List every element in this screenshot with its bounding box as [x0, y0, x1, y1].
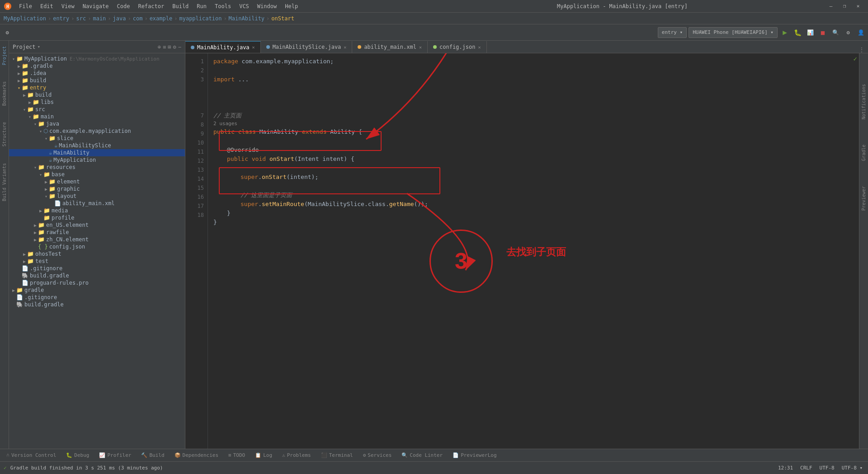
tree-libs[interactable]: ▶ 📁 libs — [9, 99, 185, 106]
tab-close-ability-xml[interactable]: ✕ — [419, 45, 422, 50]
bottom-tab-todo[interactable]: ≡ TODO — [224, 451, 250, 459]
bottom-tab-profiler[interactable]: 📈 Profiler — [94, 451, 136, 459]
tree-package[interactable]: ▾ ⬡ com.example.myapplication — [9, 127, 185, 135]
device-dropdown[interactable]: HUAWEI Phone [HUAWEIAPI6] ▾ — [689, 27, 778, 38]
project-structure-button[interactable]: ⚙ — [2, 27, 13, 38]
tree-profile[interactable]: 📁 profile — [9, 214, 185, 221]
tree-entry-build[interactable]: ▶ 📁 build — [9, 91, 185, 99]
panel-ctrl-2[interactable]: ≡ — [163, 44, 166, 50]
tree-idea[interactable]: ▶ 📁 .idea — [9, 70, 185, 77]
tree-rawfile[interactable]: ▶ 📁 rawfile — [9, 229, 185, 236]
status-line-ending[interactable]: CRLF — [798, 465, 814, 471]
bottom-tab-services[interactable]: ⚙ Services — [359, 451, 396, 459]
stop-button[interactable]: ■ — [817, 27, 828, 38]
bottom-tab-previewerlog[interactable]: 📄 PreviewerLog — [448, 451, 501, 459]
tab-mainabilityslice[interactable]: MainAbilitySlice.java ✕ — [261, 41, 353, 53]
entry-dropdown[interactable]: entry ▾ — [658, 27, 687, 38]
tree-ohostest[interactable]: ▶ 📁 ohosTest — [9, 250, 185, 258]
menu-view[interactable]: View — [58, 2, 78, 10]
breadcrumb-entry[interactable]: entry — [53, 15, 69, 22]
tabs-overflow[interactable]: ⋮ — [855, 47, 868, 53]
search-everywhere-button[interactable]: 🔍 — [830, 27, 841, 38]
breadcrumb-src[interactable]: src — [76, 15, 86, 22]
tree-proguard[interactable]: 📄 proguard-rules.pro — [9, 279, 185, 286]
structure-tab[interactable]: Structure — [2, 118, 7, 150]
tree-entry[interactable]: ▾ 📁 entry — [9, 84, 185, 91]
panel-dropdown-icon[interactable]: ▾ — [38, 44, 41, 50]
bottom-tab-codelinter[interactable]: 🔍 Code Linter — [397, 451, 447, 459]
menu-vcs[interactable]: VCS — [236, 2, 253, 10]
tab-mainability[interactable]: MainAbility.java ✕ — [185, 41, 261, 53]
tree-media[interactable]: ▶ 📁 media — [9, 207, 185, 214]
notifications-tab[interactable]: Notifications — [861, 80, 866, 123]
run-button[interactable]: ▶ — [779, 27, 790, 38]
tab-ability-xml[interactable]: ability_main.xml ✕ — [352, 41, 428, 53]
menu-file[interactable]: File — [15, 2, 36, 10]
tree-slice[interactable]: ▾ 📁 slice — [9, 135, 185, 142]
tree-test[interactable]: ▶ 📁 test — [9, 258, 185, 265]
panel-ctrl-3[interactable]: ⊞ — [168, 44, 171, 50]
code-content[interactable]: package com.example.myapplication; impor… — [208, 53, 859, 449]
tree-build-gradle-root[interactable]: 🐘 build.gradle — [9, 301, 185, 308]
bottom-tab-terminal[interactable]: ⬛ Terminal — [316, 451, 358, 459]
breadcrumb-example[interactable]: example — [150, 15, 173, 22]
tree-element[interactable]: ▶ 📁 element — [9, 178, 185, 185]
bottom-tab-build[interactable]: 🔨 Build — [137, 451, 169, 459]
menu-code[interactable]: Code — [113, 2, 134, 10]
panel-ctrl-1[interactable]: ⊕ — [158, 44, 161, 50]
tree-base[interactable]: ▾ 📁 base — [9, 171, 185, 178]
breadcrumb-myapplication2[interactable]: myapplication — [179, 15, 222, 22]
coverage-button[interactable]: 📊 — [805, 27, 816, 38]
panel-minimize[interactable]: − — [178, 44, 181, 50]
gradle-tab[interactable]: Gradle — [861, 141, 866, 164]
tree-root[interactable]: ▾ 📁 MyApplication E:\HarmonyOsCode\MyApp… — [9, 55, 185, 62]
account-button[interactable]: 👤 — [855, 27, 866, 38]
tree-resources[interactable]: ▾ 📁 resources — [9, 164, 185, 171]
tree-config-json[interactable]: { } config.json — [9, 243, 185, 250]
breadcrumb-com[interactable]: com — [133, 15, 143, 22]
bottom-tab-dependencies[interactable]: 📦 Dependencies — [170, 451, 223, 459]
tree-gitignore[interactable]: 📄 .gitignore — [9, 265, 185, 272]
status-time[interactable]: 12:31 — [776, 465, 795, 471]
tree-src[interactable]: ▾ 📁 src — [9, 106, 185, 113]
tree-gradle-root[interactable]: ▶ 📁 gradle — [9, 286, 185, 294]
menu-run[interactable]: Run — [193, 2, 210, 10]
menu-help[interactable]: Help — [281, 2, 302, 10]
menu-navigate[interactable]: Navigate — [79, 2, 113, 10]
tree-layout[interactable]: ▾ 📁 layout — [9, 192, 185, 200]
breadcrumb-main[interactable]: main — [93, 15, 106, 22]
status-encoding[interactable]: UTF-8 — [818, 465, 836, 471]
menu-build[interactable]: Build — [169, 2, 192, 10]
close-button[interactable]: ✕ — [852, 2, 864, 11]
settings-button[interactable]: ⚙ — [843, 27, 854, 38]
tree-mainability[interactable]: ☕ MainAbility — [9, 149, 185, 156]
menu-window[interactable]: Window — [254, 2, 280, 10]
tab-config-json[interactable]: config.json ✕ — [428, 41, 487, 53]
breadcrumb-java[interactable]: java — [113, 15, 126, 22]
breadcrumb-onstart[interactable]: onStart — [271, 15, 294, 22]
tree-myapplication[interactable]: ☕ MyApplication — [9, 156, 185, 164]
tree-build-gradle[interactable]: 🐘 build.gradle — [9, 272, 185, 279]
breadcrumb-myapplication[interactable]: MyApplication — [4, 15, 46, 22]
menu-tools[interactable]: Tools — [211, 2, 235, 10]
menu-refactor[interactable]: Refactor — [134, 2, 168, 10]
tree-ability-xml[interactable]: 📄 ability_main.xml — [9, 200, 185, 207]
maximize-button[interactable]: ❐ — [838, 2, 851, 11]
project-panel-tab[interactable]: Project — [2, 42, 7, 69]
tab-close-config-json[interactable]: ✕ — [478, 45, 481, 50]
tab-close-mainabilityslice[interactable]: ✕ — [344, 45, 346, 50]
tree-main[interactable]: ▾ 📁 main — [9, 113, 185, 120]
bottom-tab-vcs[interactable]: ⑃ Version Control — [2, 451, 61, 459]
code-editor[interactable]: 1 2 3 7 8 9 10 11 12 13 14 15 16 17 18 — [185, 53, 868, 449]
tree-java[interactable]: ▾ 📁 java — [9, 120, 185, 127]
bottom-tab-problems[interactable]: ⚠ Problems — [278, 451, 316, 459]
tree-en-us[interactable]: ▶ 📁 en_US.element — [9, 221, 185, 229]
tree-zh-cn[interactable]: ▶ 📁 zh_CN.element — [9, 236, 185, 243]
panel-settings[interactable]: ⚙ — [173, 44, 176, 50]
bottom-tab-log[interactable]: 📋 Log — [250, 451, 277, 459]
breadcrumb-mainability[interactable]: MainAbility — [229, 15, 264, 22]
build-variants-tab[interactable]: Build Variants — [2, 160, 7, 205]
tree-gitignore-root[interactable]: 📄 .gitignore — [9, 294, 185, 301]
tree-graphic[interactable]: ▶ 📁 graphic — [9, 185, 185, 192]
minimize-button[interactable]: — — [825, 2, 837, 11]
